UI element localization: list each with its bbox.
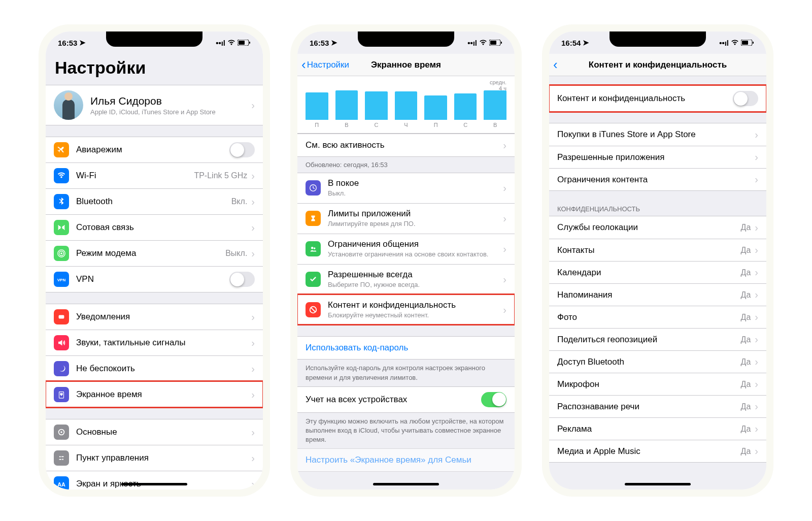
back-label: Настройки xyxy=(307,60,349,70)
usage-chart[interactable]: средн. 4 ч ПВСЧПСВ xyxy=(297,76,515,134)
settings-row[interactable]: Разрешенные приложения› xyxy=(549,146,766,168)
display-icon: AA xyxy=(54,476,69,490)
row-subtitle: Установите ограничения на основе своих к… xyxy=(328,250,488,259)
connectivity-group: АвиарежимWi-FiTP-Link 5 GHz›BluetoothВкл… xyxy=(46,137,263,292)
vpn-icon: VPN xyxy=(54,272,69,287)
row-label: Настроить «Экранное время» для Семьи xyxy=(306,455,506,465)
row-value: Да xyxy=(741,335,751,344)
row-value: Да xyxy=(741,246,751,255)
chevron-icon: › xyxy=(503,243,506,255)
purchases-group: Покупки в iTunes Store и App Store›Разре… xyxy=(549,123,766,191)
settings-row[interactable]: В покоеВыкл.› xyxy=(297,173,515,203)
settings-row[interactable]: Доступ BluetoothДа› xyxy=(549,350,766,373)
toggle-switch[interactable] xyxy=(481,392,506,407)
row-label: VPN xyxy=(76,274,229,284)
settings-row[interactable]: МикрофонДа› xyxy=(549,373,766,395)
screentime-icon xyxy=(54,387,69,402)
chart-day-label: В xyxy=(484,122,506,128)
row-label: Разрешенные приложения xyxy=(557,152,755,162)
settings-row[interactable]: Контент и конфиденциальностьБлокируйте н… xyxy=(297,295,515,325)
row-subtitle: Лимитируйте время для ПО. xyxy=(328,220,416,229)
settings-row[interactable]: Лимиты приложенийЛимитируйте время для П… xyxy=(297,203,515,234)
svg-point-10 xyxy=(60,431,62,433)
battery-icon xyxy=(489,39,502,47)
toggle-switch[interactable] xyxy=(733,91,758,106)
avatar xyxy=(54,90,83,120)
content-privacy-toggle-row[interactable]: Контент и конфиденциальность xyxy=(549,86,766,111)
row-label: Wi-Fi xyxy=(76,171,194,181)
signal-icon: ••ıl xyxy=(216,39,225,47)
settings-row[interactable]: Медиа и Apple MusicДа› xyxy=(549,440,766,462)
nav-bar: ‹ Контент и конфиденциальность xyxy=(549,54,766,76)
row-label: Использовать код-пароль xyxy=(306,343,506,353)
see-all-activity-row[interactable]: См. всю активность › xyxy=(297,134,515,156)
settings-row[interactable]: Основные› xyxy=(46,419,263,445)
chevron-icon: › xyxy=(251,427,255,438)
home-indicator[interactable] xyxy=(373,483,439,485)
status-time: 16:53 xyxy=(58,39,77,47)
hotspot-icon xyxy=(54,246,69,261)
row-label: Доступ Bluetooth xyxy=(557,357,741,367)
notch xyxy=(358,31,454,47)
settings-row[interactable]: Поделиться геопозициейДа› xyxy=(549,328,766,350)
settings-row[interactable]: РекламаДа› xyxy=(549,417,766,440)
settings-row[interactable]: Режим модемаВыкл.› xyxy=(46,240,263,266)
profile-row[interactable]: Илья Сидоров Apple ID, iCloud, iTunes St… xyxy=(46,85,263,125)
chevron-icon: › xyxy=(755,244,758,256)
svg-text:VPN: VPN xyxy=(57,278,66,282)
svg-point-11 xyxy=(59,456,61,458)
settings-row[interactable]: VPNVPN xyxy=(46,266,263,292)
back-button[interactable]: ‹ xyxy=(553,57,558,73)
svg-point-3 xyxy=(60,252,62,254)
settings-row[interactable]: Ограничения контента› xyxy=(549,168,766,190)
settings-row[interactable]: Пункт управления› xyxy=(46,445,263,471)
control-icon xyxy=(54,450,69,466)
settings-row[interactable]: Уведомления› xyxy=(46,304,263,330)
svg-rect-25 xyxy=(753,42,754,44)
settings-row[interactable]: Wi-FiTP-Link 5 GHz› xyxy=(46,162,263,188)
settings-row[interactable]: Экранное время› xyxy=(46,381,263,407)
home-indicator[interactable] xyxy=(625,483,691,485)
row-label: В покое xyxy=(328,178,359,188)
settings-row[interactable]: КалендариДа› xyxy=(549,261,766,283)
home-indicator[interactable] xyxy=(121,483,187,485)
settings-row[interactable]: Авиарежим xyxy=(46,137,263,162)
settings-row[interactable]: Распознавание речиДа› xyxy=(549,395,766,417)
notch xyxy=(610,31,706,47)
location-icon: ➤ xyxy=(583,38,589,47)
sounds-icon xyxy=(54,335,69,350)
settings-row[interactable]: Сотовая связь› xyxy=(46,214,263,240)
chevron-icon: › xyxy=(503,304,506,316)
settings-row[interactable]: Покупки в iTunes Store и App Store› xyxy=(549,123,766,146)
chart-day-label: С xyxy=(454,122,477,128)
settings-row[interactable]: Не беспокоить› xyxy=(46,355,263,381)
settings-row[interactable]: ФотоДа› xyxy=(549,306,766,328)
settings-row[interactable]: НапоминанияДа› xyxy=(549,283,766,306)
toggle-switch[interactable] xyxy=(229,142,255,157)
share-across-devices-row[interactable]: Учет на всех устройствах xyxy=(297,387,515,412)
toggle-switch[interactable] xyxy=(229,272,255,287)
signal-icon: ••ıl xyxy=(719,39,729,47)
svg-rect-17 xyxy=(490,41,496,45)
back-button[interactable]: ‹ Настройки xyxy=(301,57,349,73)
row-label: Распознавание речи xyxy=(557,402,741,412)
chevron-icon: › xyxy=(251,170,255,182)
settings-row[interactable]: КонтактыДа› xyxy=(549,239,766,261)
settings-row[interactable]: Службы геолокацииДа› xyxy=(549,216,766,239)
chart-bar xyxy=(306,92,328,120)
family-setup-row[interactable]: Настроить «Экранное время» для Семьи xyxy=(297,449,515,471)
chevron-icon: › xyxy=(503,274,506,285)
settings-row[interactable]: AAЭкран и яркость› xyxy=(46,471,263,490)
settings-row[interactable]: Разрешенные всегдаВыберите ПО, нужное вс… xyxy=(297,264,515,295)
settings-row[interactable]: Звуки, тактильные сигналы› xyxy=(46,330,263,355)
svg-rect-2 xyxy=(249,42,250,44)
chevron-icon: › xyxy=(755,423,758,435)
settings-row[interactable]: BluetoothВкл.› xyxy=(46,188,263,214)
use-passcode-row[interactable]: Использовать код-пароль xyxy=(297,337,515,359)
notch xyxy=(106,31,202,47)
downtime-icon xyxy=(306,180,321,196)
cellular-icon xyxy=(54,220,69,235)
row-label: Основные xyxy=(76,427,251,437)
settings-row[interactable]: Ограничения общенияУстановите ограничени… xyxy=(297,234,515,264)
row-value: Да xyxy=(741,402,751,411)
